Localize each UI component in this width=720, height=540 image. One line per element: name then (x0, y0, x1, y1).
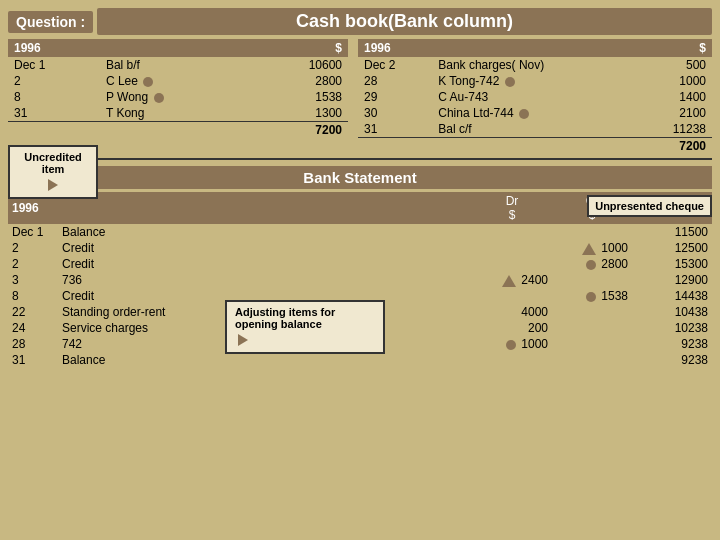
section-divider (8, 158, 712, 160)
bullet-icon (586, 260, 596, 270)
bs-balance: 9238 (632, 336, 712, 352)
bs-balance: 12900 (632, 272, 712, 288)
bullet-icon (519, 109, 529, 119)
unpresented-cheque-box: Unpresented cheque (587, 195, 712, 217)
bs-cr (552, 352, 632, 368)
bs-balance: 10238 (632, 320, 712, 336)
table-row: 2 Credit 2800 15300 (8, 256, 712, 272)
cb-desc: P Wong (100, 89, 252, 105)
cb-date: Dec 2 (358, 57, 432, 73)
table-row: 2 Credit 1000 12500 (8, 240, 712, 256)
page-title: Cash book(Bank column) (97, 8, 712, 35)
bs-cr (552, 304, 632, 320)
cb-desc: Bal c/f (432, 121, 634, 138)
bs-dr (472, 224, 552, 240)
bs-dr (472, 256, 552, 272)
cb-desc: T Kong (100, 105, 252, 122)
cb-total: 7200 (634, 138, 712, 155)
bs-desc: Balance (58, 352, 472, 368)
cb-date: Dec 1 (8, 57, 100, 73)
cb-date: 2 (8, 73, 100, 89)
bs-cr (552, 272, 632, 288)
bullet-icon (506, 340, 516, 350)
unpresented-label: Unpresented cheque (595, 200, 704, 212)
cb-amount: 2100 (634, 105, 712, 121)
table-row: 8 P Wong 1538 (8, 89, 348, 105)
bs-dr: 200 (472, 320, 552, 336)
bs-cr (552, 336, 632, 352)
cb-desc: K Tong-742 (432, 73, 634, 89)
cb-right-currency: $ (634, 39, 712, 57)
table-row: 3 736 2400 12900 (8, 272, 712, 288)
cb-desc: C Au-743 (432, 89, 634, 105)
cb-amount: 11238 (634, 121, 712, 138)
bs-balance: 14438 (632, 288, 712, 304)
bs-desc: Credit (58, 240, 472, 256)
table-row: Dec 1 Balance 11500 (8, 224, 712, 240)
bs-header-dr: Dr$ (472, 192, 552, 224)
bs-dr (472, 352, 552, 368)
triangle-up-icon (502, 275, 516, 287)
cb-left-year: 1996 (8, 39, 252, 57)
cb-amount: 500 (634, 57, 712, 73)
total-row: 7200 (8, 122, 348, 139)
bs-date: 28 (8, 336, 58, 352)
bullet-icon (586, 292, 596, 302)
triangle-up-icon (582, 243, 596, 255)
table-row: 29 C Au-743 1400 (358, 89, 712, 105)
cb-amount: 1300 (252, 105, 348, 122)
cashbook-left: 1996 $ Dec 1 Bal b/f 10600 2 C Lee 2800 (8, 39, 348, 138)
bs-date: Dec 1 (8, 224, 58, 240)
cb-amount: 1400 (634, 89, 712, 105)
bs-desc: Credit (58, 256, 472, 272)
uncredited-label: Uncredited item (24, 151, 81, 175)
bs-cr: 2800 (552, 256, 632, 272)
table-row: 31 Balance 9238 (8, 352, 712, 368)
bank-statement-title: Bank Statement (8, 166, 712, 189)
bs-dr (472, 288, 552, 304)
cb-date: 31 (8, 105, 100, 122)
bs-balance: 15300 (632, 256, 712, 272)
bs-cr (552, 224, 632, 240)
bs-cr: 1000 (552, 240, 632, 256)
bs-balance: 11500 (632, 224, 712, 240)
cb-amount: 2800 (252, 73, 348, 89)
bs-cr: 1538 (552, 288, 632, 304)
bs-balance: 12500 (632, 240, 712, 256)
arrow-right-icon (48, 179, 58, 191)
bs-desc: Balance (58, 224, 472, 240)
table-row: 30 China Ltd-744 2100 (358, 105, 712, 121)
bs-desc: 736 (58, 272, 472, 288)
table-row: Dec 2 Bank charges( Nov) 500 (358, 57, 712, 73)
bs-balance: 9238 (632, 352, 712, 368)
cb-amount: 10600 (252, 57, 348, 73)
bs-dr: 1000 (472, 336, 552, 352)
total-row: 7200 (358, 138, 712, 155)
adjusting-items-box: Adjusting items for opening balance (225, 300, 385, 354)
bs-cr (552, 320, 632, 336)
adjusting-label: Adjusting items for opening balance (235, 306, 335, 330)
page: Question : Cash book(Bank column) 1996 $… (0, 0, 720, 540)
cb-date: 28 (358, 73, 432, 89)
cb-date: 31 (358, 121, 432, 138)
bullet-icon (505, 77, 515, 87)
bs-date: 2 (8, 256, 58, 272)
uncredited-item-box: Uncredited item (8, 145, 98, 199)
bs-date: 8 (8, 288, 58, 304)
bs-date: 22 (8, 304, 58, 320)
bullet-icon (143, 77, 153, 87)
bs-balance: 10438 (632, 304, 712, 320)
cashbook-right: 1996 $ Dec 2 Bank charges( Nov) 500 28 K… (358, 39, 712, 154)
table-row: 31 T Kong 1300 (8, 105, 348, 122)
bs-date: 3 (8, 272, 58, 288)
cb-total: 7200 (252, 122, 348, 139)
bs-header-desc (58, 192, 472, 224)
cb-date: 29 (358, 89, 432, 105)
table-row: 28 K Tong-742 1000 (358, 73, 712, 89)
cb-date: 30 (358, 105, 432, 121)
cb-amount: 1000 (634, 73, 712, 89)
bs-dr: 4000 (472, 304, 552, 320)
cb-desc: Bank charges( Nov) (432, 57, 634, 73)
cb-desc: Bal b/f (100, 57, 252, 73)
cb-amount: 1538 (252, 89, 348, 105)
